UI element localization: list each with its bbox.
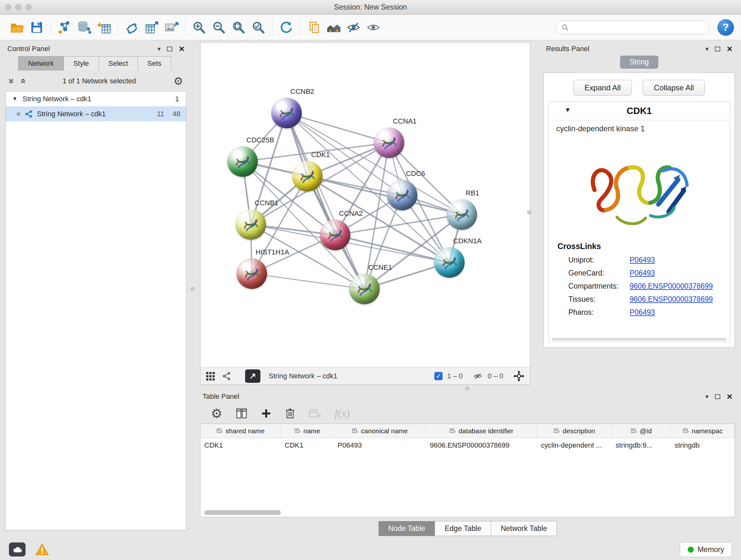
table-cell[interactable]: 9606.ENSP00000378699 [426, 441, 537, 449]
delete-column-icon[interactable] [285, 408, 295, 419]
close-panel-icon[interactable]: × [179, 44, 185, 54]
minimize-window-button[interactable] [15, 4, 21, 10]
selected-checkbox[interactable]: ✓ [434, 372, 443, 380]
table-settings-gear-icon[interactable]: ⚙ [211, 407, 222, 420]
network-options-gear-icon[interactable]: ⚙ [174, 76, 183, 86]
grid-view-button[interactable] [205, 371, 215, 381]
column-header-description[interactable]: description [537, 424, 612, 438]
network-node-ccnb1[interactable] [235, 209, 266, 240]
hide-annotations-button[interactable] [344, 17, 363, 37]
column-header-namespac[interactable]: namespac [671, 424, 735, 438]
zoom-selected-button[interactable] [249, 17, 268, 37]
table-cell[interactable]: P06493 [334, 441, 426, 449]
panel-menu-icon[interactable]: ▾ [157, 45, 160, 53]
refresh-button[interactable] [276, 17, 296, 37]
network-overview-button[interactable] [222, 371, 232, 381]
table-row[interactable]: CDK1CDK1P064939606.ENSP00000378699cyclin… [200, 438, 735, 453]
save-session-button[interactable] [27, 17, 47, 37]
collapse-section-icon[interactable]: ▼ [564, 106, 571, 114]
network-node-ccna1[interactable] [374, 127, 404, 158]
column-header-shared-name[interactable]: shared name [200, 424, 281, 438]
show-columns-icon[interactable] [236, 408, 247, 419]
float-panel-icon[interactable] [167, 47, 172, 51]
network-node-rb1[interactable] [447, 199, 477, 230]
expand-all-button[interactable]: Expand All [574, 80, 632, 96]
zoom-out-button[interactable] [209, 17, 229, 37]
network-node-ccna2[interactable] [320, 220, 350, 250]
warning-button[interactable] [35, 543, 49, 556]
crosslink-link[interactable]: P06493 [630, 256, 655, 264]
network-edge[interactable] [307, 176, 462, 214]
export-image-button[interactable] [161, 17, 181, 37]
table-cell[interactable]: CDK1 [200, 441, 281, 449]
float-panel-icon[interactable] [715, 47, 720, 51]
table-cell[interactable]: cyclin-dependent ... [537, 441, 612, 449]
fit-content-crosshair-icon[interactable] [513, 370, 525, 382]
panel-menu-icon[interactable]: ▾ [705, 45, 709, 53]
results-scrollbar[interactable] [552, 338, 727, 341]
tab-string[interactable]: String [620, 56, 658, 69]
collapse-all-icon[interactable]: » [19, 78, 25, 84]
collapse-all-button[interactable]: Collapse All [643, 80, 705, 96]
cloud-status-button[interactable] [9, 543, 25, 557]
gene-header[interactable]: ▼ CDK1 [549, 102, 730, 120]
tab-network-table[interactable]: Network Table [491, 521, 557, 536]
help-button[interactable]: ? [718, 19, 734, 36]
network-edge[interactable] [286, 113, 364, 289]
zoom-in-button[interactable] [189, 17, 209, 37]
tree-expand-icon[interactable]: ▼ [12, 96, 17, 102]
home-views-button[interactable] [324, 17, 344, 37]
memory-button[interactable]: Memory [680, 542, 732, 557]
network-node-ccnb2[interactable] [271, 98, 302, 128]
close-panel-icon[interactable]: × [727, 392, 732, 401]
copy-document-button[interactable] [304, 17, 324, 37]
network-node-cdk1[interactable] [292, 161, 323, 192]
new-network-button[interactable] [122, 17, 142, 37]
toolbar-search[interactable] [556, 20, 709, 35]
open-session-button[interactable] [7, 17, 27, 37]
column-header-database-identifier[interactable]: database identifier [426, 424, 537, 438]
search-input[interactable] [572, 23, 704, 31]
import-table-button[interactable] [94, 17, 114, 37]
tab-node-table[interactable]: Node Table [379, 521, 435, 536]
crosslink-link[interactable]: P06493 [630, 308, 655, 317]
network-node-cdc6[interactable] [387, 180, 417, 210]
splitter-handle[interactable] [527, 210, 531, 214]
crosslink-link[interactable]: P06493 [630, 269, 655, 277]
network-node-cdc25b[interactable] [227, 146, 258, 177]
table-horizontal-scrollbar[interactable] [204, 510, 281, 515]
table-cell[interactable]: stringdb [671, 441, 735, 449]
network-collection-row[interactable]: ▼ String Network – cdk1 1 [6, 91, 186, 106]
open-in-new-window-button[interactable] [245, 369, 260, 383]
tab-style[interactable]: Style [64, 56, 99, 71]
add-column-icon[interactable] [261, 408, 272, 419]
import-network-file-button[interactable] [55, 17, 74, 37]
network-canvas[interactable]: CCNB2CCNA1CDC25BCDK1CDC6RB1CCNB1CCNA2CDK… [200, 43, 530, 367]
close-window-button[interactable] [5, 4, 11, 10]
float-panel-icon[interactable] [715, 394, 720, 399]
expand-all-icon[interactable]: » [9, 78, 15, 84]
network-row-selected[interactable]: String Network – cdk1 11 48 [6, 106, 186, 121]
network-edge[interactable] [251, 113, 286, 225]
table-cell[interactable]: CDK1 [281, 441, 334, 449]
tab-select[interactable]: Select [98, 56, 138, 71]
zoom-window-button[interactable] [25, 4, 31, 10]
splitter-handle[interactable] [191, 287, 195, 291]
column-header-name[interactable]: name [281, 424, 334, 438]
network-node-hist1h1a[interactable] [237, 258, 267, 289]
tab-network[interactable]: Network [18, 56, 64, 71]
table-cell[interactable]: stringdb:9... [612, 441, 671, 449]
export-table-button[interactable] [142, 17, 161, 37]
network-node-cdkn1a[interactable] [434, 247, 465, 278]
network-edge[interactable] [286, 113, 389, 143]
import-network-database-button[interactable] [74, 17, 94, 37]
network-edge[interactable] [252, 273, 364, 289]
column-header-canonical-name[interactable]: canonical name [334, 424, 426, 438]
panel-menu-icon[interactable]: ▾ [705, 393, 709, 400]
close-panel-icon[interactable]: × [727, 44, 732, 54]
tab-sets[interactable]: Sets [138, 56, 172, 71]
network-node-ccne1[interactable] [349, 273, 380, 304]
tab-edge-table[interactable]: Edge Table [434, 521, 491, 536]
crosslink-link[interactable]: 9606.ENSP00000378699 [630, 295, 713, 304]
zoom-fit-button[interactable] [229, 17, 249, 37]
